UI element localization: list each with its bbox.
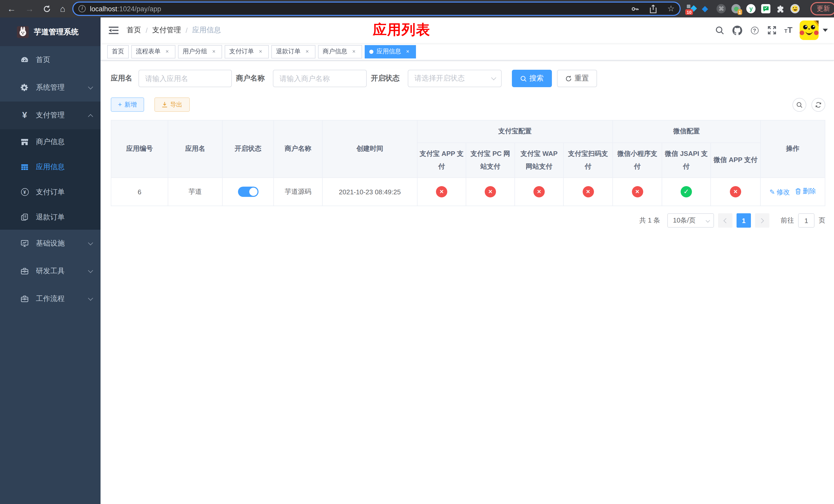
tab-label: 流程表单 xyxy=(136,47,160,56)
tab-refund-order[interactable]: 退款订单× xyxy=(271,45,315,58)
breadcrumb-item[interactable]: 首页 xyxy=(127,26,141,35)
col-header-create-time: 创建时间 xyxy=(322,120,417,178)
sidebar-item-system[interactable]: 系统管理 xyxy=(0,74,101,101)
password-key-icon[interactable] xyxy=(630,4,639,13)
extension-kite-icon[interactable]: ◆ xyxy=(702,4,711,13)
col-header-merchant: 商户名称 xyxy=(273,120,322,178)
extension-recorder-icon[interactable]: 1 xyxy=(732,4,741,13)
github-icon[interactable] xyxy=(732,25,742,36)
page-number-1[interactable]: 1 xyxy=(737,213,751,228)
extension-chat-icon[interactable] xyxy=(762,4,771,13)
sidebar-logo-row[interactable]: 芋道管理系统 xyxy=(0,18,101,46)
tab-close-icon[interactable]: × xyxy=(350,48,357,55)
extension-command-icon[interactable]: ⌘ xyxy=(717,4,726,13)
help-icon[interactable]: ? xyxy=(749,25,760,36)
breadcrumb-item[interactable]: 支付管理 xyxy=(152,26,181,35)
sidebar-item-workflow[interactable]: 工作流程 xyxy=(0,285,101,313)
sidebar-item-pay-order[interactable]: ¥ 支付订单 xyxy=(0,180,101,205)
sidebar-item-label: 工作流程 xyxy=(36,294,65,303)
extension-badge: 10 xyxy=(685,9,693,15)
show-search-toggle-button[interactable] xyxy=(792,98,806,112)
tab-close-icon[interactable]: × xyxy=(304,48,311,55)
tab-label: 商户信息 xyxy=(323,47,347,56)
navbar: 首页 / 支付管理 / 应用信息 应用列表 ? xyxy=(101,18,834,43)
delete-link[interactable]: 删除 xyxy=(795,187,816,196)
sidebar-item-refund-order[interactable]: 退款订单 xyxy=(0,205,101,230)
export-button[interactable]: 导出 xyxy=(154,97,190,112)
page-size-select[interactable]: 10条/页 xyxy=(667,213,714,228)
cell-app-name: 芋道 xyxy=(168,178,222,206)
sidebar-toggle-icon[interactable] xyxy=(101,26,127,35)
tab-close-icon[interactable]: × xyxy=(210,48,218,55)
tab-process-form[interactable]: 流程表单× xyxy=(131,45,175,58)
tab-user-group[interactable]: 用户分组× xyxy=(178,45,222,58)
tab-app-info-active[interactable]: 应用信息× xyxy=(365,45,416,58)
yuan-icon: ¥ xyxy=(21,111,29,119)
user-menu[interactable] xyxy=(799,21,828,40)
export-button-label: 导出 xyxy=(170,100,182,109)
extension-yuque-icon[interactable]: y xyxy=(747,4,756,13)
filter-app-name: 应用名 xyxy=(111,70,232,87)
sidebar-item-label: 商户信息 xyxy=(36,137,65,146)
chevron-down-icon xyxy=(706,219,710,223)
header-search-icon[interactable] xyxy=(715,25,725,36)
goto-page-input[interactable] xyxy=(798,213,814,228)
goto-label: 前往 xyxy=(781,216,794,225)
share-icon[interactable] xyxy=(649,4,657,13)
extensions-area: 10 ◆ ⌘ 1 y 更新 xyxy=(687,2,834,15)
merchant-name-input[interactable] xyxy=(273,70,367,87)
url-bar[interactable]: i localhost:1024/pay/app ☆ xyxy=(72,2,681,16)
filter-merchant-name: 商户名称 xyxy=(236,70,367,87)
sidebar-item-merchant-info[interactable]: 商户信息 xyxy=(0,129,101,154)
add-button[interactable]: + 新增 xyxy=(111,97,144,112)
screen: ← → ⌂ i localhost:1024/pay/app ☆ xyxy=(0,0,834,504)
col-header-status: 开启状态 xyxy=(222,120,273,178)
app-main: 应用名 商户名称 开启状态 请选择开启状态 xyxy=(101,61,834,504)
back-icon[interactable]: ← xyxy=(7,4,16,13)
extension-collector-icon[interactable]: 10 xyxy=(687,4,696,13)
tab-pay-order[interactable]: 支付订单× xyxy=(225,45,269,58)
extensions-puzzle-icon[interactable] xyxy=(776,4,785,13)
wechat-jsapi-status-icon: ✓ xyxy=(681,186,692,198)
wechat-app-status-icon: × xyxy=(730,186,741,198)
tab-home[interactable]: 首页 xyxy=(107,45,129,58)
sidebar-item-infrastructure[interactable]: 基础设施 xyxy=(0,230,101,257)
breadcrumb: 首页 / 支付管理 / 应用信息 xyxy=(127,26,221,35)
sidebar-item-home[interactable]: 首页 xyxy=(0,46,101,74)
filter-bar: 应用名 商户名称 开启状态 请选择开启状态 xyxy=(111,70,825,87)
sidebar-item-app-info[interactable]: 应用信息 xyxy=(0,154,101,180)
prev-page-button[interactable] xyxy=(718,213,732,228)
next-page-button[interactable] xyxy=(755,213,769,228)
status-toggle[interactable] xyxy=(238,187,258,197)
reload-icon[interactable] xyxy=(43,5,51,13)
tab-merchant-info[interactable]: 商户信息× xyxy=(318,45,362,58)
font-size-icon[interactable]: TT xyxy=(784,26,792,35)
plus-icon: + xyxy=(118,101,122,108)
col-header-alipay-qr: 支付宝扫码支付 xyxy=(564,143,613,178)
status-select-placeholder: 请选择开启状态 xyxy=(414,74,465,83)
home-icon[interactable]: ⌂ xyxy=(60,4,65,13)
reset-button[interactable]: 重置 xyxy=(557,70,597,87)
sidebar-item-label: 研发工具 xyxy=(36,267,65,276)
tab-close-icon[interactable]: × xyxy=(404,48,411,55)
bookmark-star-icon[interactable]: ☆ xyxy=(667,5,675,13)
tab-close-icon[interactable]: × xyxy=(257,48,264,55)
url-host: localhost xyxy=(90,5,117,13)
tab-close-icon[interactable]: × xyxy=(163,48,171,55)
refresh-button[interactable] xyxy=(811,98,825,112)
app-name-input[interactable] xyxy=(138,70,232,87)
site-info-icon[interactable]: i xyxy=(79,5,86,12)
fullscreen-icon[interactable] xyxy=(767,25,777,36)
sidebar-item-payment[interactable]: ¥ 支付管理 xyxy=(0,101,101,129)
sidebar-item-dev-tools[interactable]: 研发工具 xyxy=(0,257,101,285)
sidebar-item-label: 支付订单 xyxy=(36,187,65,197)
edit-link[interactable]: ✎修改 xyxy=(769,188,790,197)
browser-update-button[interactable]: 更新 xyxy=(811,2,834,15)
sidebar-item-label: 首页 xyxy=(36,55,50,65)
forward-icon[interactable]: → xyxy=(25,4,34,13)
col-header-alipay-wap: 支付宝 WAP 网站支付 xyxy=(515,143,564,178)
trash-icon xyxy=(795,188,801,194)
search-button[interactable]: 搜索 xyxy=(512,70,552,87)
status-select[interactable]: 请选择开启状态 xyxy=(408,70,502,87)
extension-emoji-icon[interactable] xyxy=(791,4,800,13)
